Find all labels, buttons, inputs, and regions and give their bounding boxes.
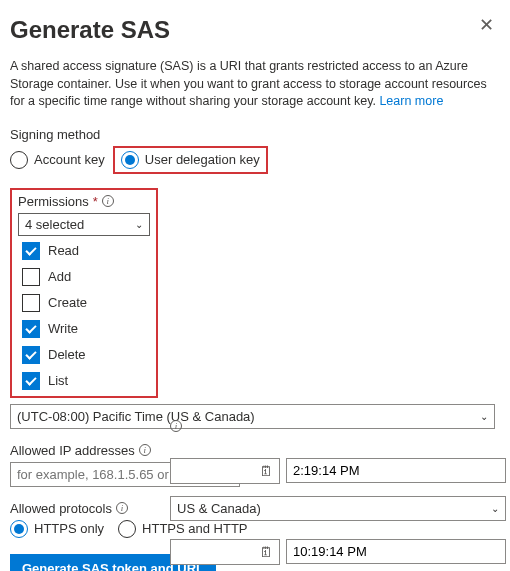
permission-label: Write	[48, 321, 78, 336]
highlight-user-delegation: User delegation key	[113, 146, 268, 174]
permissions-label: Permissions * i	[18, 194, 150, 209]
start-timezone-select[interactable]: US & Canada) ⌄	[170, 496, 506, 521]
checkbox-icon	[22, 242, 40, 260]
signing-method-account-key[interactable]: Account key	[10, 151, 105, 169]
chevron-down-icon: ⌄	[135, 219, 143, 230]
start-timezone-value: US & Canada)	[177, 501, 261, 516]
permission-label: Create	[48, 295, 87, 310]
permissions-dropdown[interactable]: 4 selected ⌄	[18, 213, 150, 236]
highlight-permissions: Permissions * i 4 selected ⌄ ReadAddCrea…	[10, 188, 158, 398]
radio-icon	[121, 151, 139, 169]
end-date-input[interactable]: 🗓	[170, 539, 280, 565]
permission-option-list[interactable]: List	[22, 372, 150, 390]
info-icon[interactable]: i	[170, 420, 182, 432]
permission-label: List	[48, 373, 68, 388]
description-text: A shared access signature (SAS) is a URI…	[10, 58, 494, 111]
permissions-label-text: Permissions	[18, 194, 89, 209]
radio-label: Account key	[34, 152, 105, 167]
close-icon[interactable]: ✕	[479, 16, 494, 34]
permissions-summary: 4 selected	[25, 217, 84, 232]
radio-icon	[10, 151, 28, 169]
signing-method-user-delegation[interactable]: User delegation key	[121, 151, 260, 169]
start-date-input[interactable]: 🗓	[170, 458, 280, 484]
radio-icon	[10, 520, 28, 538]
chevron-down-icon: ⌄	[491, 503, 499, 514]
calendar-icon: 🗓	[259, 544, 273, 560]
info-icon[interactable]: i	[102, 195, 114, 207]
info-icon[interactable]: i	[139, 444, 151, 456]
info-icon[interactable]: i	[116, 502, 128, 514]
permission-label: Read	[48, 243, 79, 258]
allowed-ip-label-text: Allowed IP addresses	[10, 443, 135, 458]
page-title: Generate SAS	[10, 16, 170, 44]
learn-more-link[interactable]: Learn more	[379, 94, 443, 108]
checkbox-icon	[22, 372, 40, 390]
permission-option-add[interactable]: Add	[22, 268, 150, 286]
end-time-input[interactable]	[286, 539, 506, 564]
calendar-icon: 🗓	[259, 463, 273, 479]
permission-label: Add	[48, 269, 71, 284]
start-time-input[interactable]	[286, 458, 506, 483]
permission-option-delete[interactable]: Delete	[22, 346, 150, 364]
checkbox-icon	[22, 268, 40, 286]
radio-label: User delegation key	[145, 152, 260, 167]
checkbox-icon	[22, 346, 40, 364]
required-marker: *	[93, 194, 98, 209]
checkbox-icon	[22, 320, 40, 338]
permission-option-read[interactable]: Read	[22, 242, 150, 260]
permission-option-create[interactable]: Create	[22, 294, 150, 312]
checkbox-icon	[22, 294, 40, 312]
permission-option-write[interactable]: Write	[22, 320, 150, 338]
allowed-protocols-label-text: Allowed protocols	[10, 501, 112, 516]
radio-icon	[118, 520, 136, 538]
radio-label: HTTPS only	[34, 521, 104, 536]
signing-method-label: Signing method	[10, 127, 494, 142]
permission-label: Delete	[48, 347, 86, 362]
protocol-https-only[interactable]: HTTPS only	[10, 520, 104, 538]
